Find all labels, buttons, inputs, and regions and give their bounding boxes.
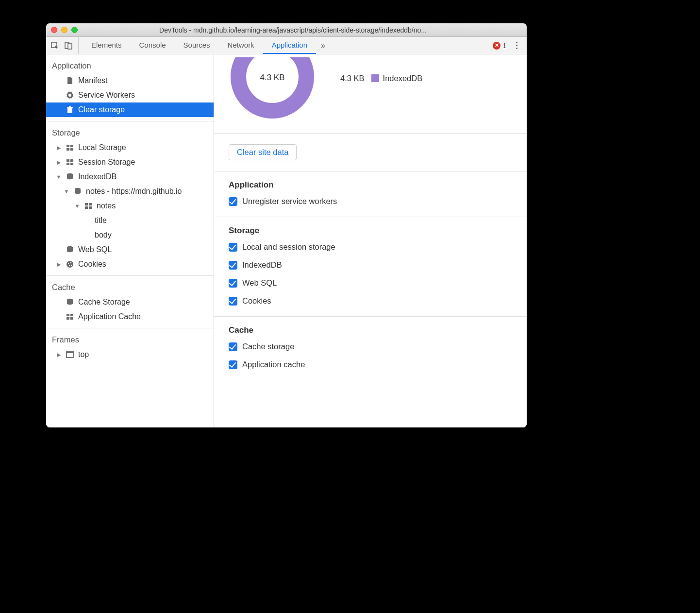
checkbox-label: Cookies xyxy=(242,296,271,306)
sidebar-item-idb-database[interactable]: ▼ notes - https://mdn.github.io xyxy=(46,184,214,199)
checkbox-icon xyxy=(229,360,237,369)
sidebar-section-frames: Frames ▶ top xyxy=(46,328,214,366)
sidebar-item-web-sql[interactable]: Web SQL xyxy=(46,242,214,257)
group-cache: Cache Cache storage Application cache xyxy=(214,317,527,380)
table-icon xyxy=(84,202,93,210)
checkbox-label: IndexedDB xyxy=(242,260,282,270)
svg-rect-27 xyxy=(70,317,73,320)
sidebar: Application Manifest Service Workers Cle… xyxy=(46,54,214,427)
svg-rect-8 xyxy=(70,159,73,162)
tab-sources[interactable]: Sources xyxy=(175,37,219,54)
tab-console[interactable]: Console xyxy=(131,37,175,54)
svg-point-19 xyxy=(68,263,69,264)
sidebar-item-label: Cookies xyxy=(78,260,106,269)
checkbox-icon xyxy=(229,197,237,206)
content: 4.3 KB 4.3 KB IndexedDB Clear site data … xyxy=(214,54,527,427)
error-badge[interactable]: ✕ 1 xyxy=(493,42,506,50)
checkbox-web-sql[interactable]: Web SQL xyxy=(229,278,512,288)
table-icon xyxy=(66,143,74,152)
checkbox-label: Local and session storage xyxy=(242,242,335,252)
sidebar-item-local-storage[interactable]: ▶ Local Storage xyxy=(46,140,214,155)
chevron-down-icon: ▼ xyxy=(64,188,69,194)
file-icon xyxy=(66,76,74,85)
window-title: DevTools - mdn.github.io/learning-area/j… xyxy=(83,26,522,34)
group-storage: Storage Local and session storage Indexe… xyxy=(214,217,527,317)
svg-rect-13 xyxy=(85,203,88,205)
database-icon xyxy=(66,298,74,306)
checkbox-label: Cache storage xyxy=(242,342,294,351)
tab-application[interactable]: Application xyxy=(263,37,316,54)
sidebar-item-frame-top[interactable]: ▶ top xyxy=(46,347,214,362)
gear-icon xyxy=(66,91,74,100)
sidebar-item-clear-storage[interactable]: Clear storage xyxy=(46,102,214,117)
checkbox-cookies[interactable]: Cookies xyxy=(229,296,512,306)
checkbox-indexeddb[interactable]: IndexedDB xyxy=(229,260,512,270)
legend-swatch xyxy=(371,74,379,82)
kebab-menu-icon[interactable] xyxy=(512,42,521,49)
tabs: Elements Console Sources Network Applica… xyxy=(83,37,330,54)
database-icon xyxy=(73,187,82,196)
sidebar-item-label: title xyxy=(95,216,107,225)
checkbox-icon xyxy=(229,342,237,351)
svg-rect-5 xyxy=(67,148,69,151)
table-icon xyxy=(66,312,74,321)
svg-rect-9 xyxy=(67,163,69,165)
sidebar-header-frames: Frames xyxy=(46,332,214,347)
cookie-icon xyxy=(66,260,74,269)
sidebar-header-application: Application xyxy=(46,58,214,73)
group-header: Storage xyxy=(229,226,512,236)
checkbox-label: Web SQL xyxy=(242,278,277,288)
sidebar-item-cookies[interactable]: ▶ Cookies xyxy=(46,257,214,272)
error-icon: ✕ xyxy=(493,42,500,50)
sidebar-item-label: Manifest xyxy=(78,76,107,85)
sidebar-item-manifest[interactable]: Manifest xyxy=(46,73,214,88)
svg-point-20 xyxy=(70,262,71,263)
maximize-icon[interactable] xyxy=(71,27,78,33)
sidebar-item-idb-field-title[interactable]: title xyxy=(46,213,214,228)
sidebar-item-label: Local Storage xyxy=(78,143,126,152)
tab-elements[interactable]: Elements xyxy=(83,37,131,54)
legend-label: IndexedDB xyxy=(383,74,423,83)
checkbox-icon xyxy=(229,243,237,252)
sidebar-item-idb-field-body[interactable]: body xyxy=(46,228,214,242)
svg-rect-25 xyxy=(70,314,73,316)
sidebar-header-storage: Storage xyxy=(46,125,214,140)
sidebar-item-application-cache[interactable]: Application Cache xyxy=(46,309,214,324)
tabs-bar: Elements Console Sources Network Applica… xyxy=(46,37,527,54)
minimize-icon[interactable] xyxy=(61,27,67,33)
svg-rect-2 xyxy=(68,44,72,49)
checkbox-cache-storage[interactable]: Cache storage xyxy=(229,342,512,351)
checkbox-local-session[interactable]: Local and session storage xyxy=(229,242,512,252)
close-icon[interactable] xyxy=(51,27,57,33)
error-count: 1 xyxy=(502,42,506,50)
frame-icon xyxy=(66,350,74,359)
sidebar-item-session-storage[interactable]: ▶ Session Storage xyxy=(46,155,214,170)
svg-rect-16 xyxy=(89,206,92,209)
sidebar-item-indexeddb[interactable]: ▼ IndexedDB xyxy=(46,170,214,184)
clear-site-data-button[interactable]: Clear site data xyxy=(229,144,297,160)
svg-rect-15 xyxy=(85,206,88,209)
chevron-right-icon: ▶ xyxy=(56,261,62,268)
database-icon xyxy=(66,245,74,254)
inspect-icon[interactable] xyxy=(50,41,60,51)
svg-point-21 xyxy=(69,265,70,266)
sidebar-item-idb-store[interactable]: ▼ notes xyxy=(46,199,214,213)
device-icon[interactable] xyxy=(64,41,73,51)
checkbox-unregister-sw[interactable]: Unregister service workers xyxy=(229,197,512,206)
sidebar-item-service-workers[interactable]: Service Workers xyxy=(46,88,214,102)
devtools-window: DevTools - mdn.github.io/learning-area/j… xyxy=(46,23,527,427)
usage-legend: 4.3 KB IndexedDB xyxy=(340,74,422,83)
sidebar-section-application: Application Manifest Service Workers Cle… xyxy=(46,54,214,121)
sidebar-section-cache: Cache Cache Storage Application Cache xyxy=(46,276,214,328)
tabs-overflow-icon[interactable]: » xyxy=(316,37,330,54)
checkbox-label: Unregister service workers xyxy=(242,197,337,206)
svg-rect-3 xyxy=(67,145,69,147)
chevron-down-icon: ▼ xyxy=(74,203,80,209)
sidebar-item-cache-storage[interactable]: Cache Storage xyxy=(46,295,214,309)
clear-row: Clear site data xyxy=(214,134,527,171)
group-application: Application Unregister service workers xyxy=(214,171,527,217)
tab-network[interactable]: Network xyxy=(219,37,263,54)
database-icon xyxy=(66,172,74,181)
sidebar-header-cache: Cache xyxy=(46,280,214,295)
checkbox-application-cache[interactable]: Application cache xyxy=(229,360,512,369)
